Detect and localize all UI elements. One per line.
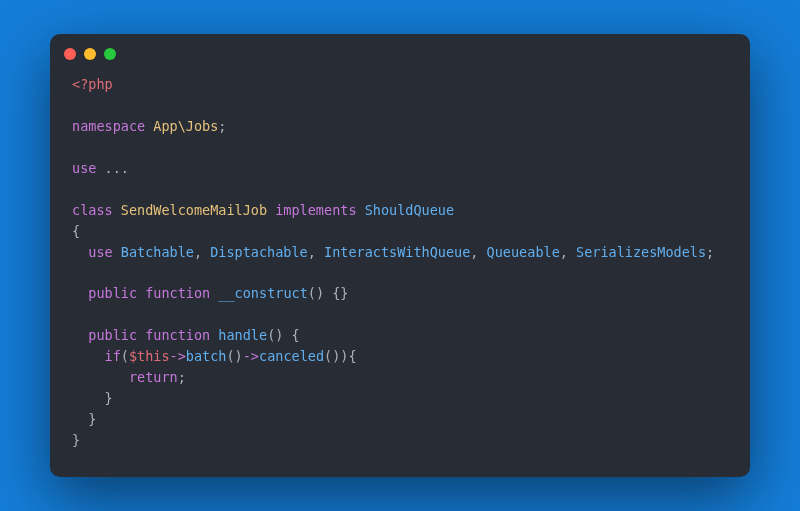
use-keyword: use: [72, 160, 96, 176]
function-keyword-2: function: [145, 327, 210, 343]
trait-queueable: Queueable: [487, 244, 560, 260]
implements-keyword: implements: [275, 202, 356, 218]
trait-serializesmodels: SerializesModels: [576, 244, 706, 260]
trait-dispatchable: Disptachable: [210, 244, 308, 260]
handle-method: handle: [218, 327, 267, 343]
if-keyword: if: [105, 348, 121, 364]
constructor-name: __construct: [218, 285, 307, 301]
namespace-keyword: namespace: [72, 118, 145, 134]
batch-call: batch: [186, 348, 227, 364]
namespace-name: App\Jobs: [153, 118, 218, 134]
trait-batchable: Batchable: [121, 244, 194, 260]
interface-name: ShouldQueue: [365, 202, 454, 218]
php-open-tag: <?php: [72, 76, 113, 92]
maximize-icon[interactable]: [104, 48, 116, 60]
minimize-icon[interactable]: [84, 48, 96, 60]
trait-interactswithqueue: InteractsWithQueue: [324, 244, 470, 260]
class-keyword: class: [72, 202, 113, 218]
public-keyword-2: public: [88, 327, 137, 343]
public-keyword: public: [88, 285, 137, 301]
return-keyword: return: [129, 369, 178, 385]
this-variable: $this: [129, 348, 170, 364]
class-name: SendWelcomeMailJob: [121, 202, 267, 218]
trait-use-keyword: use: [88, 244, 112, 260]
close-icon[interactable]: [64, 48, 76, 60]
function-keyword: function: [145, 285, 210, 301]
window-titlebar: [50, 34, 750, 66]
canceled-call: canceled: [259, 348, 324, 364]
code-window: <?php namespace App\Jobs; use ... class …: [50, 34, 750, 477]
code-block: <?php namespace App\Jobs; use ... class …: [50, 66, 750, 477]
use-ellipsis: ...: [105, 160, 129, 176]
